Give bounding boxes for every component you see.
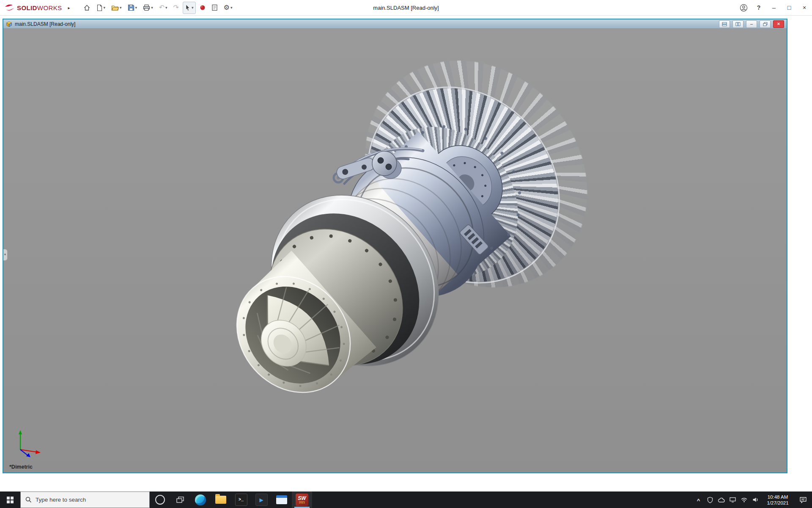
redo-icon: ↷ xyxy=(173,4,179,11)
graphics-viewport[interactable]: *Dimetric xyxy=(3,29,787,472)
restore-icon xyxy=(763,22,768,26)
taskbar-solidworks-button[interactable]: SW 2021 xyxy=(292,491,312,508)
wifi-icon xyxy=(741,497,748,502)
dropdown-chevron[interactable]: ▾ xyxy=(151,6,153,10)
dropdown-chevron[interactable]: ▾ xyxy=(104,6,106,10)
screen: SOLIDWORKS ▸ ▾ ▾ ▾ ▾ xyxy=(0,0,812,508)
dropdown-chevron[interactable]: ▾ xyxy=(230,6,233,10)
maximize-button[interactable]: □ xyxy=(782,0,797,15)
view-orientation-label: *Dimetric xyxy=(9,464,33,470)
clock-date: 1/27/2021 xyxy=(761,500,794,506)
brand-flyout-arrow[interactable]: ▸ xyxy=(68,6,70,10)
action-center-icon xyxy=(799,497,807,503)
taskbar-clock[interactable]: 10:48 AM 1/27/2021 xyxy=(761,494,794,506)
solidworks-2021-icon: SW 2021 xyxy=(296,494,308,506)
minimize-button[interactable]: – xyxy=(766,0,782,15)
start-button[interactable] xyxy=(0,491,20,508)
solidworks-logo[interactable]: SOLIDWORKS ▸ xyxy=(0,4,70,11)
chevron-up-icon: ^ xyxy=(697,497,700,504)
tile-vertical-button[interactable] xyxy=(732,20,743,28)
home-button[interactable] xyxy=(81,2,93,14)
brand-text: SOLIDWORKS xyxy=(17,4,62,11)
windows-taskbar: Type here to search >_ ▶ SW 2021 ^ xyxy=(0,491,812,508)
help-icon: ? xyxy=(757,4,761,11)
save-icon xyxy=(128,4,134,11)
document-close-button[interactable]: × xyxy=(773,20,784,28)
cortana-icon xyxy=(155,495,165,505)
display-icon xyxy=(729,497,736,503)
clock-time: 10:48 AM xyxy=(761,494,794,500)
help-button[interactable]: ? xyxy=(751,0,766,15)
shield-icon xyxy=(707,497,713,503)
dropdown-chevron[interactable]: ▾ xyxy=(165,6,167,10)
select-cursor-icon xyxy=(185,4,191,11)
taskbar-search-input[interactable]: Type here to search xyxy=(20,491,150,508)
cloud-icon xyxy=(718,497,725,503)
task-view-icon xyxy=(176,496,184,504)
save-button[interactable]: ▾ xyxy=(126,2,140,14)
window-app-icon xyxy=(276,495,287,504)
tray-network-button[interactable] xyxy=(738,491,750,508)
document-minimize-button[interactable]: – xyxy=(746,20,757,28)
taskbar-cortana-button[interactable] xyxy=(150,491,170,508)
taskbar-edge-button[interactable] xyxy=(190,491,211,508)
dropdown-chevron[interactable]: ▾ xyxy=(135,6,137,10)
dropdown-chevron[interactable]: ▾ xyxy=(192,6,194,10)
taskbar-window-app-button[interactable] xyxy=(272,491,292,508)
engine-axial-body xyxy=(194,84,561,438)
search-icon xyxy=(25,497,32,503)
new-document-button[interactable]: ▾ xyxy=(94,2,108,14)
design-binder-button[interactable] xyxy=(209,2,220,14)
home-icon xyxy=(83,4,91,11)
gear-icon: ⚙ xyxy=(224,4,230,11)
account-button[interactable] xyxy=(736,0,751,15)
file-explorer-icon xyxy=(215,496,226,504)
redo-button[interactable]: ↷ xyxy=(171,2,181,14)
windows-logo-icon xyxy=(7,497,14,503)
tray-volume-button[interactable] xyxy=(750,491,761,508)
feature-manager-collapsed-tab[interactable] xyxy=(3,249,8,261)
taskbar-media-player-button[interactable]: ▶ xyxy=(251,491,272,508)
media-player-icon: ▶ xyxy=(255,494,268,506)
document-title-bar[interactable]: main.SLDASM [Read-only] – × xyxy=(3,19,787,29)
quick-toolbar: ▾ ▾ ▾ ▾ ↶ ▾ ↷ ▾ xyxy=(81,2,235,14)
action-center-button[interactable] xyxy=(794,497,812,503)
model-jet-engine[interactable] xyxy=(3,29,787,472)
undo-button[interactable]: ↶ ▾ xyxy=(157,2,170,14)
app-window-controls: ? – □ × xyxy=(736,0,812,15)
dropdown-chevron[interactable]: ▾ xyxy=(120,6,122,10)
tray-cloud-button[interactable] xyxy=(716,491,727,508)
taskbar-task-view-button[interactable] xyxy=(170,491,190,508)
open-button[interactable]: ▾ xyxy=(109,2,124,14)
close-button[interactable]: × xyxy=(797,0,812,15)
app-title-bar: SOLIDWORKS ▸ ▾ ▾ ▾ ▾ xyxy=(0,0,812,16)
viewer-sphere-button[interactable] xyxy=(198,2,208,14)
system-tray: ^ 10:48 AM 1/27/2021 xyxy=(693,491,812,508)
ds-swoosh-icon xyxy=(4,4,14,11)
tile-horizontal-icon xyxy=(722,22,727,26)
print-button[interactable]: ▾ xyxy=(141,2,155,14)
red-sphere-icon xyxy=(200,5,206,11)
assembly-cube-icon xyxy=(6,21,12,27)
edge-icon xyxy=(195,494,206,505)
account-icon xyxy=(740,4,748,12)
orientation-triad[interactable] xyxy=(11,427,47,457)
options-button[interactable]: ⚙ ▾ xyxy=(222,2,235,14)
tile-horizontal-button[interactable] xyxy=(719,20,730,28)
taskbar-file-explorer-button[interactable] xyxy=(211,491,231,508)
document-restore-button[interactable] xyxy=(760,20,771,28)
tray-shield-button[interactable] xyxy=(704,491,716,508)
tray-display-button[interactable] xyxy=(727,491,738,508)
hidden-icons-button[interactable]: ^ xyxy=(693,491,704,508)
document-title: main.SLDASM [Read-only] xyxy=(15,21,75,27)
console-icon: >_ xyxy=(235,494,247,506)
select-tool-button[interactable]: ▾ xyxy=(183,2,196,14)
document-window: main.SLDASM [Read-only] – × xyxy=(3,19,787,473)
print-icon xyxy=(143,4,150,11)
new-document-icon xyxy=(96,4,103,11)
open-folder-icon xyxy=(111,5,119,11)
tile-vertical-icon xyxy=(735,22,741,26)
taskbar-console-button[interactable]: >_ xyxy=(231,491,251,508)
document-lines-icon xyxy=(211,4,218,11)
undo-icon: ↶ xyxy=(159,4,165,11)
